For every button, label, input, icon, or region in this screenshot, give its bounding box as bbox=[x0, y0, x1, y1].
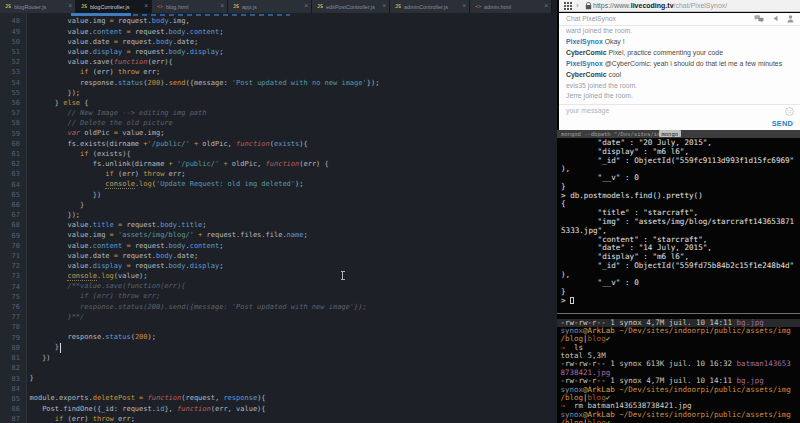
browser-address-bar[interactable]: › https://www.livecoding.tv/chat/PixelSy… bbox=[559, 0, 800, 12]
terminal-split-divider[interactable] bbox=[557, 313, 800, 314]
line-number: 52 bbox=[0, 57, 20, 67]
terminal-title-bar: mongod --dbpath "/Dev/sites/indoorpi/dat… bbox=[557, 130, 800, 138]
tab-close-icon[interactable]: × bbox=[68, 3, 72, 10]
tab-close-icon[interactable]: × bbox=[144, 3, 148, 10]
line-number: 79 bbox=[0, 333, 20, 343]
html-file-icon: <> bbox=[157, 4, 163, 9]
tab-app.js[interactable]: JSapp.js× bbox=[228, 0, 312, 13]
terminal-line: "_id" : ObjectId("559fd75b84b2c15f1e248b… bbox=[561, 262, 797, 271]
line-number: 73 bbox=[0, 271, 20, 281]
tab-close-icon[interactable]: × bbox=[220, 3, 224, 10]
tab-blogRouter.js[interactable]: JSblogRouter.js× bbox=[0, 0, 76, 13]
js-file-icon: JS bbox=[81, 4, 87, 9]
tab-adminController.js[interactable]: JSadminController.js× bbox=[390, 0, 470, 13]
selection-highlight bbox=[71, 13, 131, 15]
code-line-74: /**value.save(function(err){ bbox=[30, 281, 380, 291]
user-icon[interactable] bbox=[787, 15, 794, 23]
line-number: 51 bbox=[0, 47, 20, 57]
url-domain: livecoding.tv bbox=[631, 2, 674, 9]
tab-label: admin.html bbox=[484, 4, 541, 10]
line-number: 65 bbox=[0, 190, 20, 200]
code-line-82 bbox=[30, 363, 380, 373]
code-line-57: // New Image --> editing img path bbox=[30, 108, 380, 118]
shell-terminal[interactable]: -rw-rw-r-- 1 synox 4,7M juil. 10 14:11 b… bbox=[561, 319, 800, 423]
terminal-line: "__v" : 0 bbox=[561, 174, 797, 183]
chat-username[interactable]: CyberComic bbox=[566, 71, 607, 78]
tab-label: app.js bbox=[242, 4, 301, 10]
chat-bubbles-icon[interactable] bbox=[754, 15, 764, 23]
line-number: 54 bbox=[0, 78, 20, 88]
mongo-terminal[interactable]: "date" : "20 July, 2015", "display" : "m… bbox=[561, 139, 797, 306]
code-line-79: response.status(200); bbox=[30, 332, 380, 342]
line-number: 61 bbox=[0, 149, 20, 159]
terminal-line: /blog|blog✔ bbox=[561, 419, 800, 423]
text-caret bbox=[60, 343, 61, 353]
code-line-61: if (exists){ bbox=[30, 149, 380, 159]
line-number: 72 bbox=[0, 261, 20, 271]
tab-blogController.js[interactable]: JSblogController.js× bbox=[76, 0, 152, 13]
line-number: 48 bbox=[0, 16, 20, 26]
tab-admin.html[interactable]: <>admin.html× bbox=[470, 0, 552, 13]
selection-highlight-dashes bbox=[133, 14, 290, 16]
chat-panel: Chat PixelSynox ward joined the room.Pix… bbox=[559, 13, 800, 130]
line-number: 66 bbox=[0, 200, 20, 210]
code-line-58: // Delete the old picture bbox=[30, 118, 380, 128]
terminal-title-tab[interactable]: mongo bbox=[659, 130, 681, 137]
code-line-51: value.display = request.body.display; bbox=[30, 47, 380, 57]
terminal-line: > bbox=[561, 297, 797, 306]
url-text[interactable]: https://www.livecoding.tv/chat/PixelSyno… bbox=[593, 2, 727, 9]
ssl-lock-icon[interactable] bbox=[585, 2, 592, 10]
send-button[interactable]: SEND bbox=[772, 119, 793, 128]
line-number: 74 bbox=[0, 282, 20, 292]
line-numbers: 4748495051525354555657585960616263646566… bbox=[0, 6, 20, 423]
collapse-arrow-icon[interactable] bbox=[772, 15, 779, 23]
chat-username[interactable]: PixelSynox bbox=[566, 38, 603, 45]
code-line-84 bbox=[30, 383, 380, 393]
code-editor[interactable]: 4748495051525354555657585960616263646566… bbox=[0, 0, 557, 423]
line-number: 83 bbox=[0, 374, 20, 384]
chat-message-list[interactable]: ward joined the room.PixelSynox Okay !Cy… bbox=[566, 26, 794, 103]
code-line-85: module.exports.deletePost = function(req… bbox=[30, 393, 380, 403]
code-line-60: fs.exists(dirname +'/public/' + oldPic, … bbox=[30, 139, 380, 149]
line-number: 68 bbox=[0, 220, 20, 230]
code-line-65: }) bbox=[30, 190, 380, 200]
line-number: 67 bbox=[0, 210, 20, 220]
code-line-75: if (err) throw err; bbox=[30, 291, 380, 301]
line-number: 53 bbox=[0, 67, 20, 77]
chat-message: CyberComic Pixel, practice commenting yo… bbox=[566, 48, 794, 59]
chat-title: Chat PixelSynox bbox=[566, 15, 616, 22]
code-line-73: console.log(value); bbox=[30, 271, 380, 281]
terminal-line: "_id" : ObjectId("559fc9113d993f1d15fc69… bbox=[561, 157, 797, 166]
terminal-line: } bbox=[561, 288, 797, 297]
tab-editPostController.js[interactable]: JSeditPostController.js× bbox=[312, 0, 390, 13]
line-number: 75 bbox=[0, 292, 20, 302]
tab-close-icon[interactable]: × bbox=[304, 3, 308, 10]
code-line-80: } bbox=[30, 342, 380, 352]
chat-username[interactable]: PixelSynox bbox=[566, 60, 603, 67]
code-lines[interactable]: value.img = request.body.img, value.cont… bbox=[30, 6, 380, 423]
chat-system-message: evis35 joined the room. bbox=[566, 81, 794, 92]
line-number: 56 bbox=[0, 98, 20, 108]
chat-input-area[interactable]: your message bbox=[559, 105, 800, 130]
chat-username[interactable]: CyberComic bbox=[566, 49, 607, 56]
chat-input-placeholder: your message bbox=[566, 107, 609, 114]
js-file-icon: JS bbox=[233, 4, 239, 9]
line-number: 58 bbox=[0, 118, 20, 128]
emoji-smiley-icon[interactable] bbox=[785, 107, 794, 116]
code-line-62: fs.unlink(dirname + '/public/' + oldPic,… bbox=[30, 159, 380, 169]
code-line-77: }**/ bbox=[30, 312, 380, 322]
line-number: 77 bbox=[0, 312, 20, 322]
line-number: 57 bbox=[0, 108, 20, 118]
line-number: 84 bbox=[0, 384, 20, 394]
apps-grid-icon[interactable] bbox=[564, 2, 572, 10]
line-number: 86 bbox=[0, 404, 20, 414]
line-number: 87 bbox=[0, 414, 20, 423]
url-scheme: https://www. bbox=[593, 2, 631, 9]
tab-close-icon[interactable]: × bbox=[382, 3, 386, 10]
line-number: 59 bbox=[0, 129, 20, 139]
mouse-ibeam-cursor bbox=[342, 271, 343, 280]
tab-close-icon[interactable]: × bbox=[544, 3, 548, 10]
tab-close-icon[interactable]: × bbox=[462, 3, 466, 10]
line-number: 82 bbox=[0, 363, 20, 373]
tab-blog.html[interactable]: <>blog.html× bbox=[152, 0, 228, 13]
